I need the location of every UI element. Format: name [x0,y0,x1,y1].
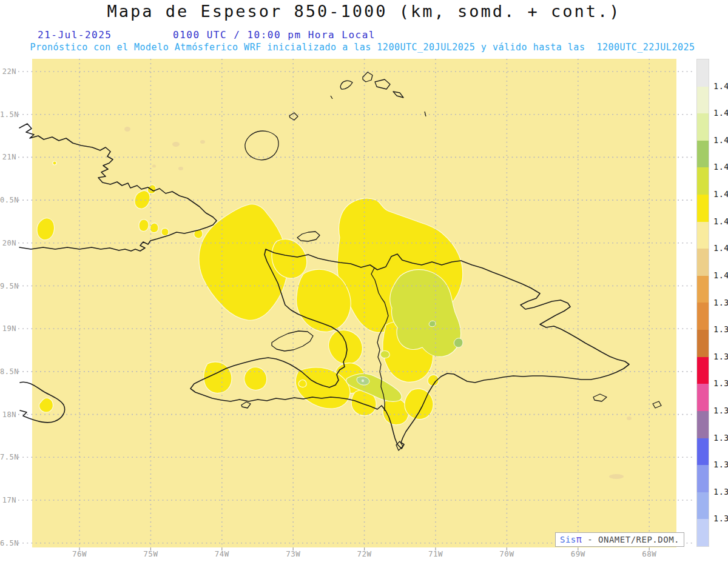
colorbar-tick-label: 1.404 [713,270,728,280]
colorbar-tick-label: 1.35 [713,513,728,523]
weather-map-page: { "header": { "title": "Mapa de Espesor … [0,0,728,562]
colorbar-tick-label: 1.392 [713,324,728,334]
lat-tick-label: 21N [0,153,16,161]
lat-tick-label: 7.5N [0,453,16,461]
colorbar-segment [697,59,709,87]
colorbar-segment [697,276,709,303]
colorbar-segment [697,113,709,141]
lat-tick-label: 1.5N [0,110,16,119]
lon-tick-label: 70W [488,549,525,558]
map-canvas [0,0,728,562]
credit-org-label: - ONAMET/REP.DOM. [582,535,679,544]
colorbar-tick-label: 1.416 [713,216,728,226]
lat-tick-label: 6.5N [0,539,16,547]
colorbar-tick-label: 1.41 [713,243,728,253]
lat-tick-label: 18N [0,410,16,419]
colorbar-segment [697,384,709,411]
colorbar-segment [697,519,709,546]
lon-tick-label: 76W [61,549,98,558]
colorbar-tick-label: 1.356 [713,487,728,497]
lon-tick-label: 75W [132,549,169,558]
colorbar-tick-label: 1.374 [713,406,728,415]
lon-tick-label: 73W [275,549,311,558]
colorbar-segment [697,411,709,438]
pi-symbol: π [576,534,582,545]
colorbar-segment [697,438,709,466]
lat-tick-label: 19N [0,324,16,333]
colorbar-tick-label: 1.38 [713,378,728,388]
credit-box: Sisπ - ONAMET/REP.DOM. [555,532,684,547]
colorbar-tick-label: 1.44 [713,108,728,118]
lat-tick-label: 8.5N [0,367,16,376]
colorbar-segment [697,87,709,114]
thickness-colorbar [696,59,709,547]
lat-tick-label: 20N [0,239,16,247]
colorbar-tick-label: 1.434 [713,135,728,145]
colorbar-segment [697,492,709,520]
colorbar-tick-label: 1.386 [713,352,728,361]
valid-date-label: 21-Jul-2025 [38,29,112,40]
lon-tick-label: 68W [631,549,667,558]
colorbar-segment [697,357,709,384]
lat-tick-label: 17N [0,496,16,504]
colorbar-tick-label: 1.428 [713,162,728,172]
lon-tick-label: 74W [204,549,240,558]
forecast-note: Pronóstico con el Modelo Atmósferico WRF… [0,42,725,53]
map-title: Mapa de Espesor 850-1000 (km, somd. + co… [0,2,728,21]
colorbar-segment [697,141,709,168]
valid-time-label: 0100 UTC / 10:00 pm Hora Local [173,29,376,40]
lat-tick-label: 0.5N [0,196,16,204]
colorbar-tick-label: 1.422 [713,189,728,199]
colorbar-segment [697,222,709,249]
colorbar-segment [697,249,709,276]
colorbar-segment [697,167,709,195]
colorbar-tick-label: 1.362 [713,460,728,469]
colorbar-segment [697,465,709,492]
lat-tick-label: 9.5N [0,282,16,290]
colorbar-segment [697,195,709,222]
lon-tick-label: 72W [346,549,383,558]
sispi-logo: Sis [560,535,576,544]
colorbar-tick-label: 1.446 [713,81,728,91]
colorbar-tick-label: 1.368 [713,433,728,443]
innermost-contour-core [362,380,364,382]
lat-tick-label: 22N [0,67,16,76]
colorbar-segment [697,303,709,330]
lon-tick-label: 71W [417,549,454,558]
colorbar-tick-label: 1.398 [713,298,728,307]
lon-tick-label: 69W [560,549,596,558]
colorbar-segment [697,330,709,357]
